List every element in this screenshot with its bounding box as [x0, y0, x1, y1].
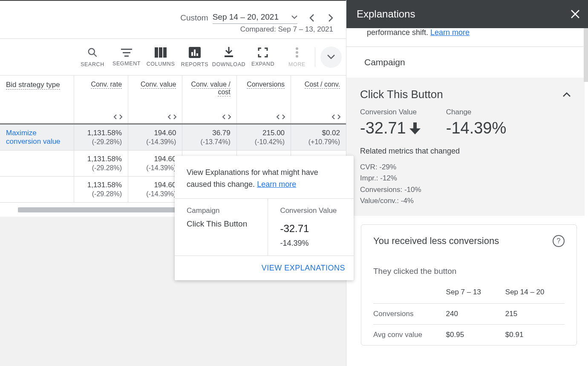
- learn-more-link[interactable]: Learn more: [430, 28, 470, 37]
- search-button[interactable]: SEARCH: [75, 47, 110, 67]
- panel-scrollbar[interactable]: [584, 28, 588, 82]
- arrow-down-icon: [409, 122, 421, 134]
- segment-icon: [121, 48, 132, 57]
- expand-icon: [258, 47, 268, 58]
- toolbar-separator: [315, 47, 315, 67]
- tooltip-metric-label: Conversion Value: [280, 206, 354, 215]
- insight-card: You received less conversions ? They cli…: [361, 224, 577, 346]
- insight-col2: Sep 14 – 20: [505, 285, 565, 304]
- col-conv-value-cost[interactable]: Conv. value / cost: [182, 76, 236, 124]
- cell-conv-rate: 1,131.58%(-29.28%): [74, 150, 128, 176]
- explanation-tooltip: View Explanations for what might have ca…: [175, 156, 354, 280]
- cell-conv-value[interactable]: 194.60(-14.39%): [128, 124, 182, 150]
- cell-conv-rate: 1,131.58%(-29.28%): [74, 124, 128, 150]
- segment-label: SEGMENT: [112, 61, 141, 67]
- close-button[interactable]: [570, 9, 580, 19]
- collapse-card-button[interactable]: [562, 92, 571, 97]
- svg-rect-9: [191, 52, 193, 56]
- columns-label: COLUMNS: [147, 61, 175, 67]
- insight-col1: Sep 7 – 13: [446, 285, 505, 304]
- cell-cost-conv: $0.02(+10.79%): [291, 124, 346, 150]
- tooltip-metric-pct: -14.39%: [280, 239, 354, 248]
- download-button[interactable]: DOWNLOAD: [212, 47, 246, 67]
- svg-line-1: [94, 54, 97, 57]
- cell-cv-cost: 36.79(-13.74%): [182, 124, 236, 150]
- svg-rect-11: [196, 53, 198, 56]
- svg-rect-12: [225, 55, 233, 57]
- related-vconv: Value/conv.: -4%: [360, 195, 571, 206]
- insight-table: Sep 7 – 13 Sep 14 – 20 Conversions 240 2…: [373, 285, 565, 345]
- svg-point-13: [296, 47, 298, 50]
- expand-button[interactable]: EXPAND: [246, 47, 280, 67]
- metric1-label: Conversion Value: [360, 108, 421, 116]
- tooltip-body: View Explanations for what might have ca…: [175, 156, 354, 198]
- svg-rect-4: [124, 55, 129, 57]
- search-icon: [87, 47, 98, 58]
- svg-point-15: [296, 55, 298, 58]
- more-icon: [295, 47, 299, 58]
- panel-title: Explanations: [357, 8, 415, 20]
- reports-label: REPORTS: [181, 61, 208, 67]
- col-conv-rate[interactable]: Conv. rate: [74, 76, 128, 124]
- table-toolbar: SEARCH SEGMENT COLUMNS REPORTS DOWNLOAD …: [0, 39, 346, 76]
- cell-conversions: 215.00(-10.42%): [236, 124, 291, 150]
- columns-icon: [155, 47, 167, 58]
- reports-icon: [189, 47, 201, 58]
- download-icon: [224, 47, 234, 58]
- col-resize-icon[interactable]: [276, 114, 285, 120]
- cell-strategy: [0, 176, 74, 202]
- cell-strategy: [0, 150, 74, 176]
- explanations-panel: Explanations performance shift. Learn mo…: [346, 0, 588, 366]
- more-button[interactable]: MORE: [280, 47, 314, 67]
- tooltip-campaign-value: Click This Button: [187, 219, 268, 229]
- dropdown-caret-icon: [291, 15, 297, 19]
- date-range-bar: Custom Sep 14 – 20, 2021 Compared: Sep 7…: [0, 0, 346, 39]
- date-range-text: Sep 14 – 20, 2021: [213, 12, 279, 22]
- svg-rect-10: [194, 49, 196, 56]
- col-cost-per-conv[interactable]: Cost / conv.: [291, 76, 346, 124]
- download-label: DOWNLOAD: [212, 61, 245, 67]
- svg-rect-6: [159, 47, 162, 58]
- col-bid-strategy[interactable]: Bid strategy type: [0, 76, 74, 124]
- col-conversions[interactable]: Conversions: [236, 76, 291, 124]
- learn-more-link[interactable]: Learn more: [257, 180, 296, 189]
- help-icon[interactable]: ?: [553, 235, 565, 247]
- col-resize-icon[interactable]: [222, 114, 231, 120]
- col-resize-icon[interactable]: [113, 114, 123, 120]
- segment-button[interactable]: SEGMENT: [110, 48, 144, 67]
- insight-row: Conversions 240 215: [373, 304, 565, 325]
- expand-label: EXPAND: [251, 61, 274, 67]
- svg-rect-16: [413, 122, 417, 128]
- cell-strategy[interactable]: Maximize conversion value: [0, 124, 74, 150]
- svg-rect-5: [155, 47, 158, 58]
- related-impr: Impr.: -12%: [360, 173, 571, 184]
- panel-snippet: performance shift. Learn more: [346, 28, 585, 47]
- collapse-toolbar-button[interactable]: [320, 46, 342, 68]
- search-label: SEARCH: [81, 61, 104, 67]
- cell-conv-rate: 1,131.58%(-29.28%): [74, 176, 128, 202]
- metric1-value: -32.71: [360, 119, 421, 137]
- chevron-down-icon: [327, 55, 335, 59]
- table-header-row: Bid strategy type Conv. rate Conv. value…: [0, 76, 346, 124]
- insight-subtitle: They clicked the button: [373, 267, 565, 276]
- date-next-button[interactable]: [323, 10, 338, 26]
- related-cvr: CVR: -29%: [360, 162, 571, 173]
- col-resize-icon[interactable]: [331, 114, 341, 120]
- campaign-explanation-card: Click This Button Conversion Value -32.7…: [346, 78, 585, 216]
- compared-range-label: Compared: Sep 7 – 13, 2021: [240, 25, 333, 34]
- related-metrics-heading: Related metrics that changed: [360, 147, 571, 156]
- columns-button[interactable]: COLUMNS: [144, 47, 178, 67]
- campaign-section-label: Campaign: [346, 47, 585, 78]
- date-custom-label: Custom: [180, 13, 208, 23]
- svg-point-14: [296, 51, 298, 54]
- table-row[interactable]: Maximize conversion value 1,131.58%(-29.…: [0, 124, 346, 150]
- reports-button[interactable]: REPORTS: [178, 47, 212, 67]
- date-range-select[interactable]: Sep 14 – 20, 2021: [213, 12, 297, 24]
- col-resize-icon[interactable]: [167, 114, 177, 120]
- view-explanations-button[interactable]: VIEW EXPLANATIONS: [175, 256, 354, 280]
- metric2-label: Change: [446, 108, 507, 116]
- date-prev-button[interactable]: [304, 10, 320, 26]
- cell-conv-value: 194.60(-14.39%): [128, 150, 182, 176]
- col-conv-value[interactable]: Conv. value: [128, 76, 182, 124]
- svg-rect-7: [163, 47, 167, 58]
